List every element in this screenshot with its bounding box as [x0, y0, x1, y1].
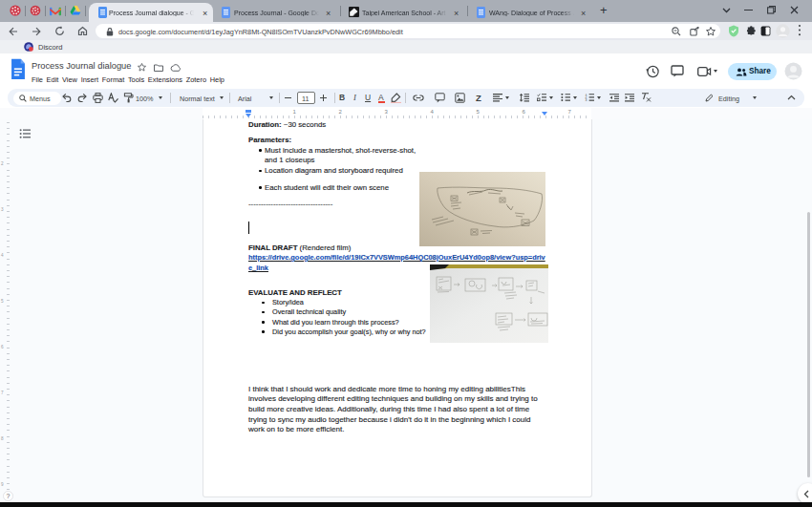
svg-text:?: ?: [7, 493, 11, 499]
svg-text:3: 3: [585, 98, 587, 102]
